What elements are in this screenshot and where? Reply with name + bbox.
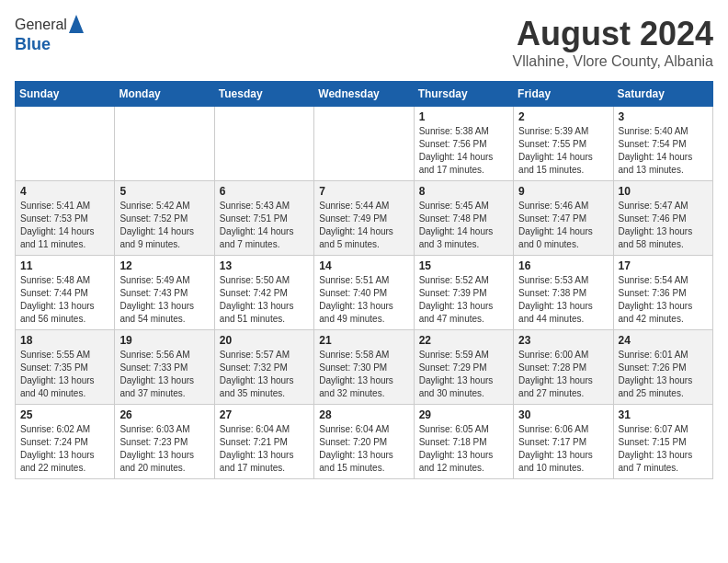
day-info: Sunrise: 6:04 AMSunset: 7:20 PMDaylight:…: [319, 423, 408, 475]
day-info: Sunrise: 5:53 AMSunset: 7:38 PMDaylight:…: [518, 274, 608, 326]
day-number: 6: [220, 185, 309, 198]
day-info: Sunrise: 5:52 AMSunset: 7:39 PMDaylight:…: [419, 274, 508, 326]
day-info: Sunrise: 5:48 AMSunset: 7:44 PMDaylight:…: [20, 274, 109, 326]
day-cell: 17Sunrise: 5:54 AMSunset: 7:36 PMDayligh…: [613, 256, 712, 330]
day-info: Sunrise: 6:03 AMSunset: 7:23 PMDaylight:…: [119, 423, 209, 475]
day-info: Sunrise: 5:44 AMSunset: 7:49 PMDaylight:…: [319, 200, 408, 251]
day-cell: 21Sunrise: 5:58 AMSunset: 7:30 PMDayligh…: [314, 330, 414, 405]
day-number: 9: [518, 185, 608, 198]
day-info: Sunrise: 5:38 AMSunset: 7:56 PMDaylight:…: [419, 125, 508, 177]
day-cell: 29Sunrise: 6:05 AMSunset: 7:18 PMDayligh…: [414, 405, 513, 479]
day-info: Sunrise: 5:56 AMSunset: 7:33 PMDaylight:…: [119, 349, 209, 400]
day-info: Sunrise: 6:01 AMSunset: 7:26 PMDaylight:…: [619, 349, 708, 400]
day-number: 22: [419, 334, 508, 347]
day-number: 25: [20, 408, 109, 421]
header-friday: Friday: [514, 82, 613, 107]
day-number: 10: [619, 185, 708, 198]
calendar-table: SundayMondayTuesdayWednesdayThursdayFrid…: [15, 81, 713, 479]
day-number: 24: [619, 334, 708, 347]
week-row-1: 4Sunrise: 5:41 AMSunset: 7:53 PMDaylight…: [16, 181, 713, 256]
day-cell: 3Sunrise: 5:40 AMSunset: 7:54 PMDaylight…: [613, 107, 712, 181]
day-number: 19: [119, 334, 209, 347]
day-number: 7: [319, 185, 408, 198]
day-cell: 11Sunrise: 5:48 AMSunset: 7:44 PMDayligh…: [16, 256, 115, 330]
day-info: Sunrise: 5:46 AMSunset: 7:47 PMDaylight:…: [518, 200, 608, 251]
day-number: 13: [220, 259, 309, 272]
day-cell: 14Sunrise: 5:51 AMSunset: 7:40 PMDayligh…: [314, 256, 414, 330]
day-info: Sunrise: 5:59 AMSunset: 7:29 PMDaylight:…: [419, 349, 508, 400]
calendar-header-row: SundayMondayTuesdayWednesdayThursdayFrid…: [16, 82, 713, 107]
day-cell: 7Sunrise: 5:44 AMSunset: 7:49 PMDaylight…: [314, 181, 414, 256]
day-info: Sunrise: 5:49 AMSunset: 7:43 PMDaylight:…: [119, 274, 209, 326]
header-sunday: Sunday: [16, 82, 115, 107]
day-number: 1: [419, 110, 508, 123]
day-cell: [214, 107, 313, 181]
header-saturday: Saturday: [613, 82, 712, 107]
header-thursday: Thursday: [414, 82, 513, 107]
day-info: Sunrise: 6:07 AMSunset: 7:15 PMDaylight:…: [619, 423, 708, 475]
day-cell: 4Sunrise: 5:41 AMSunset: 7:53 PMDaylight…: [16, 181, 115, 256]
day-number: 5: [119, 185, 209, 198]
day-cell: 24Sunrise: 6:01 AMSunset: 7:26 PMDayligh…: [613, 330, 712, 405]
day-cell: 10Sunrise: 5:47 AMSunset: 7:46 PMDayligh…: [613, 181, 712, 256]
day-info: Sunrise: 5:54 AMSunset: 7:36 PMDaylight:…: [619, 274, 708, 326]
day-info: Sunrise: 5:58 AMSunset: 7:30 PMDaylight:…: [319, 349, 408, 400]
day-info: Sunrise: 5:40 AMSunset: 7:54 PMDaylight:…: [619, 125, 708, 177]
day-number: 30: [518, 408, 608, 421]
day-info: Sunrise: 5:57 AMSunset: 7:32 PMDaylight:…: [220, 349, 309, 400]
day-number: 21: [319, 334, 408, 347]
day-info: Sunrise: 5:39 AMSunset: 7:55 PMDaylight:…: [518, 125, 608, 177]
day-cell: 28Sunrise: 6:04 AMSunset: 7:20 PMDayligh…: [314, 405, 414, 479]
day-info: Sunrise: 5:42 AMSunset: 7:52 PMDaylight:…: [119, 200, 209, 251]
day-cell: 27Sunrise: 6:04 AMSunset: 7:21 PMDayligh…: [214, 405, 313, 479]
day-number: 4: [20, 185, 109, 198]
day-cell: 1Sunrise: 5:38 AMSunset: 7:56 PMDaylight…: [414, 107, 513, 181]
day-cell: 26Sunrise: 6:03 AMSunset: 7:23 PMDayligh…: [115, 405, 214, 479]
header-wednesday: Wednesday: [314, 82, 414, 107]
day-cell: [314, 107, 414, 181]
week-row-2: 11Sunrise: 5:48 AMSunset: 7:44 PMDayligh…: [16, 256, 713, 330]
logo-blue-text: Blue: [15, 35, 84, 54]
day-number: 26: [119, 408, 209, 421]
day-cell: 30Sunrise: 6:06 AMSunset: 7:17 PMDayligh…: [514, 405, 613, 479]
day-number: 29: [419, 408, 508, 421]
day-number: 12: [119, 259, 209, 272]
page-header: General Blue August 2024 Vllahine, Vlore…: [15, 15, 713, 70]
logo-general-text: General: [15, 17, 67, 33]
day-number: 11: [20, 259, 109, 272]
day-info: Sunrise: 5:41 AMSunset: 7:53 PMDaylight:…: [20, 200, 109, 251]
day-cell: 15Sunrise: 5:52 AMSunset: 7:39 PMDayligh…: [414, 256, 513, 330]
day-info: Sunrise: 6:05 AMSunset: 7:18 PMDaylight:…: [419, 423, 508, 475]
calendar-subtitle: Vllahine, Vlore County, Albania: [512, 53, 713, 70]
logo: General Blue: [15, 15, 84, 54]
title-block: August 2024 Vllahine, Vlore County, Alba…: [512, 15, 713, 70]
day-info: Sunrise: 6:02 AMSunset: 7:24 PMDaylight:…: [20, 423, 109, 475]
day-number: 14: [319, 259, 408, 272]
day-cell: 16Sunrise: 5:53 AMSunset: 7:38 PMDayligh…: [514, 256, 613, 330]
day-info: Sunrise: 5:45 AMSunset: 7:48 PMDaylight:…: [419, 200, 508, 251]
day-number: 15: [419, 259, 508, 272]
day-cell: 2Sunrise: 5:39 AMSunset: 7:55 PMDaylight…: [514, 107, 613, 181]
day-info: Sunrise: 6:04 AMSunset: 7:21 PMDaylight:…: [220, 423, 309, 475]
day-number: 16: [518, 259, 608, 272]
day-cell: 31Sunrise: 6:07 AMSunset: 7:15 PMDayligh…: [613, 405, 712, 479]
day-cell: [115, 107, 214, 181]
day-cell: 18Sunrise: 5:55 AMSunset: 7:35 PMDayligh…: [16, 330, 115, 405]
calendar-title: August 2024: [512, 15, 713, 53]
header-tuesday: Tuesday: [214, 82, 313, 107]
day-cell: [16, 107, 115, 181]
day-info: Sunrise: 5:43 AMSunset: 7:51 PMDaylight:…: [220, 200, 309, 251]
day-cell: 9Sunrise: 5:46 AMSunset: 7:47 PMDaylight…: [514, 181, 613, 256]
week-row-0: 1Sunrise: 5:38 AMSunset: 7:56 PMDaylight…: [16, 107, 713, 181]
day-number: 3: [619, 110, 708, 123]
calendar-body: 1Sunrise: 5:38 AMSunset: 7:56 PMDaylight…: [16, 107, 713, 479]
header-monday: Monday: [115, 82, 214, 107]
day-cell: 6Sunrise: 5:43 AMSunset: 7:51 PMDaylight…: [214, 181, 313, 256]
day-cell: 20Sunrise: 5:57 AMSunset: 7:32 PMDayligh…: [214, 330, 313, 405]
day-info: Sunrise: 5:50 AMSunset: 7:42 PMDaylight:…: [220, 274, 309, 326]
day-cell: 23Sunrise: 6:00 AMSunset: 7:28 PMDayligh…: [514, 330, 613, 405]
day-number: 8: [419, 185, 508, 198]
day-number: 27: [220, 408, 309, 421]
svg-marker-0: [69, 15, 84, 33]
day-number: 18: [20, 334, 109, 347]
